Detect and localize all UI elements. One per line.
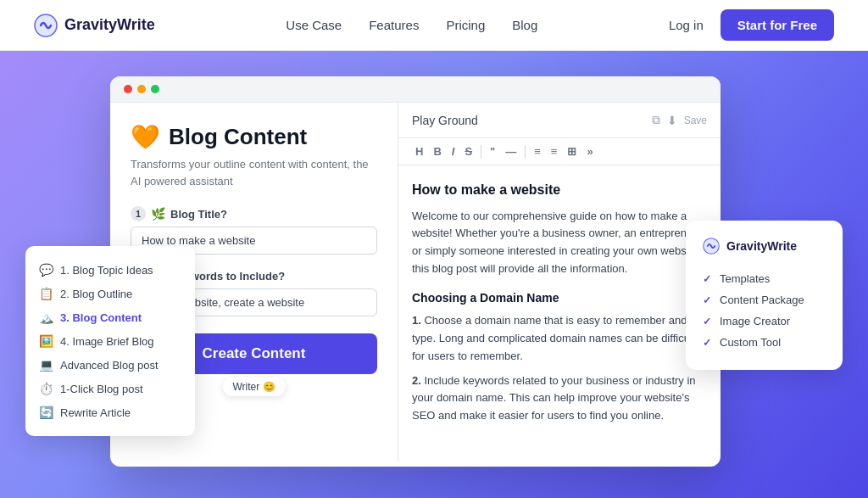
nav-links: Use Case Features Pricing Blog bbox=[286, 18, 537, 32]
sidebar-item-blog-content[interactable]: 🏔️ 3. Blog Content bbox=[25, 305, 195, 329]
playground-content: How to make a website Welcome to our com… bbox=[398, 165, 721, 462]
playground-title: Play Ground bbox=[412, 114, 478, 127]
toolbar-ul[interactable]: ≡ bbox=[531, 143, 544, 159]
content-icon: 🏔️ bbox=[39, 311, 53, 324]
check-icon-custom: ✓ bbox=[703, 337, 711, 349]
save-button[interactable]: Save bbox=[684, 115, 707, 126]
login-button[interactable]: Log in bbox=[669, 18, 704, 32]
logo-text: GravityWrite bbox=[64, 16, 155, 34]
navbar-right: Log in Start for Free bbox=[669, 9, 834, 41]
toolbar-s[interactable]: S bbox=[461, 143, 476, 159]
content-title: How to make a website bbox=[412, 179, 707, 201]
chat-icon: 💬 bbox=[39, 263, 53, 277]
card-item-image-creator[interactable]: ✓ Image Creator bbox=[703, 311, 826, 332]
rewrite-icon: 🔄 bbox=[39, 406, 53, 419]
content-point1: 1. Choose a domain name that is easy to … bbox=[412, 312, 707, 365]
content-point2: 2. Include keywords related to your busi… bbox=[412, 372, 707, 425]
check-icon-templates: ✓ bbox=[703, 273, 711, 285]
playground-actions: ⧉ ⬇ Save bbox=[652, 113, 707, 127]
sidebar-item-blog-topics[interactable]: 💬 1. Blog Topic Ideas bbox=[25, 258, 195, 282]
writer-badge: Writer 😊 bbox=[222, 378, 285, 396]
toolbar-dash[interactable]: — bbox=[502, 143, 520, 159]
sidebar-item-rewrite[interactable]: 🔄 Rewrite Article bbox=[25, 400, 195, 424]
download-icon[interactable]: ⬇ bbox=[667, 114, 677, 127]
field-number-1: 1 bbox=[131, 206, 146, 221]
blog-icon: 🧡 bbox=[131, 123, 160, 151]
toolbar-table[interactable]: ⊞ bbox=[564, 143, 580, 159]
content-intro: Welcome to our comprehensive guide on ho… bbox=[412, 208, 707, 278]
right-card: GravityWrite ✓ Templates ✓ Content Packa… bbox=[686, 221, 843, 370]
card-item-templates[interactable]: ✓ Templates bbox=[703, 268, 826, 289]
card-logo-icon bbox=[703, 238, 720, 255]
toolbar-quote[interactable]: " bbox=[487, 143, 498, 159]
toolbar-h[interactable]: H bbox=[412, 143, 426, 159]
nav-features[interactable]: Features bbox=[369, 18, 419, 32]
image-icon: 🖼️ bbox=[39, 334, 53, 348]
sidebar-item-oneclick-blog[interactable]: ⏱️ 1-Click Blog post bbox=[25, 377, 195, 400]
start-button[interactable]: Start for Free bbox=[721, 9, 834, 41]
nav-pricing[interactable]: Pricing bbox=[446, 18, 485, 32]
nav-blog[interactable]: Blog bbox=[512, 18, 537, 32]
toolbar-b[interactable]: B bbox=[430, 143, 444, 159]
browser-content: 🧡 Blog Content Transforms your outline c… bbox=[110, 103, 721, 462]
toolbar-div-1 bbox=[481, 145, 481, 159]
copy-icon[interactable]: ⧉ bbox=[652, 113, 660, 127]
check-icon-image: ✓ bbox=[703, 316, 711, 327]
field-emoji-1: 🌿 bbox=[151, 207, 165, 221]
logo: GravityWrite bbox=[34, 14, 155, 37]
dot-green bbox=[151, 85, 159, 93]
navbar: GravityWrite Use Case Features Pricing B… bbox=[0, 0, 868, 51]
sidebar-item-advanced-blog[interactable]: 💻 Advanced Blog post bbox=[25, 353, 195, 377]
blog-title-section: 🧡 Blog Content bbox=[131, 123, 377, 151]
toolbar-div-2 bbox=[525, 145, 526, 159]
nav-use-case[interactable]: Use Case bbox=[286, 18, 342, 32]
sidebar-item-image-brief[interactable]: 🖼️ 4. Image Brief Blog bbox=[25, 329, 195, 353]
card-item-custom-tool[interactable]: ✓ Custom Tool bbox=[703, 332, 826, 353]
blog-subtitle: Transforms your outline content with con… bbox=[131, 156, 377, 189]
sidebar-item-blog-outline[interactable]: 📋 2. Blog Outline bbox=[25, 282, 195, 305]
left-sidebar: 💬 1. Blog Topic Ideas 📋 2. Blog Outline … bbox=[25, 246, 195, 436]
logo-icon bbox=[34, 14, 58, 37]
blog-content-title: Blog Content bbox=[169, 124, 307, 150]
main-area: 🧡 Blog Content Transforms your outline c… bbox=[0, 51, 868, 498]
toolbar-ol[interactable]: ≡ bbox=[548, 143, 561, 159]
browser-bar bbox=[110, 76, 721, 103]
card-item-content-package[interactable]: ✓ Content Package bbox=[703, 289, 826, 311]
card-logo-text: GravityWrite bbox=[726, 239, 797, 253]
card-logo: GravityWrite bbox=[703, 238, 826, 255]
check-icon-content: ✓ bbox=[703, 294, 711, 306]
browser-window: 🧡 Blog Content Transforms your outline c… bbox=[110, 76, 721, 467]
toolbar: H B I S " — ≡ ≡ ⊞ » bbox=[398, 138, 721, 165]
dot-red bbox=[124, 85, 132, 93]
right-panel: Play Ground ⧉ ⬇ Save H B I S " — bbox=[398, 103, 721, 462]
field-label-text-1: Blog Title? bbox=[170, 208, 227, 221]
dot-yellow bbox=[137, 85, 146, 93]
playground-header: Play Ground ⧉ ⬇ Save bbox=[398, 103, 721, 138]
content-section1: Choosing a Domain Name bbox=[412, 288, 707, 307]
laptop-icon: 💻 bbox=[39, 358, 53, 372]
clock-icon: ⏱️ bbox=[39, 382, 53, 395]
toolbar-i[interactable]: I bbox=[448, 143, 459, 159]
toolbar-more[interactable]: » bbox=[583, 143, 596, 159]
outline-icon: 📋 bbox=[39, 287, 53, 300]
field-label-1: 1 🌿 Blog Title? bbox=[131, 206, 377, 221]
